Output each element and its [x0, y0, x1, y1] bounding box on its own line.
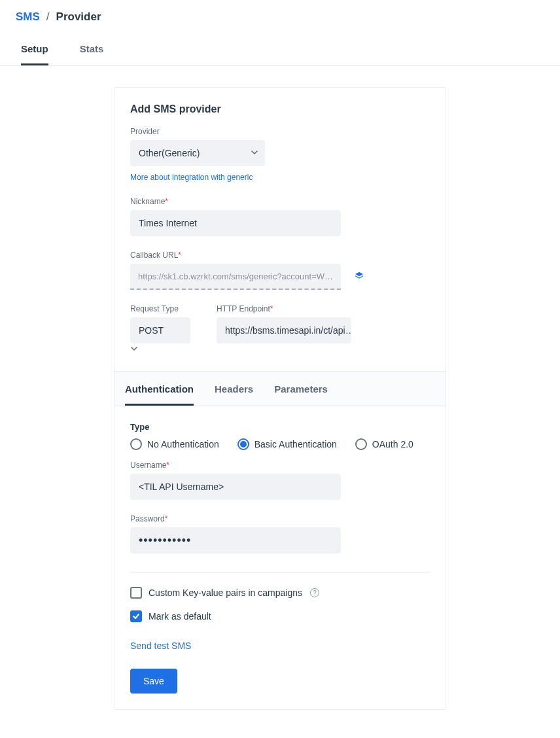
provider-select[interactable]: Other(Generic): [130, 140, 265, 166]
request-type-label: Request Type: [130, 304, 190, 313]
radio-oauth-label: OAuth 2.0: [372, 439, 413, 449]
help-icon[interactable]: ?: [310, 588, 319, 597]
request-type-value: POST: [130, 317, 190, 343]
nickname-input[interactable]: Times Internet: [130, 210, 341, 236]
http-endpoint-input[interactable]: https://bsms.timesapi.in/ct/api…: [217, 317, 351, 343]
divider: [130, 572, 430, 572]
mark-default-label: Mark as default: [149, 611, 211, 622]
password-input[interactable]: •••••••••••: [130, 527, 341, 554]
mark-default-checkbox[interactable]: [130, 610, 142, 622]
breadcrumb: SMS / Provider: [0, 0, 560, 24]
main-tabs: Setup Stats: [0, 24, 560, 66]
copy-icon[interactable]: [354, 270, 364, 283]
request-type-select[interactable]: POST: [130, 317, 190, 355]
breadcrumb-current: Provider: [56, 10, 101, 24]
username-label: Username*: [130, 461, 430, 470]
radio-oauth[interactable]: OAuth 2.0: [355, 438, 413, 450]
auth-type-radios: No Authentication Basic Authentication O…: [130, 438, 430, 450]
send-test-sms-link[interactable]: Send test SMS: [130, 641, 191, 651]
radio-basic-auth[interactable]: Basic Authentication: [237, 438, 337, 450]
breadcrumb-root[interactable]: SMS: [16, 10, 40, 24]
card-title: Add SMS provider: [130, 103, 430, 115]
radio-icon: [130, 438, 142, 450]
radio-icon: [355, 438, 367, 450]
mark-default-row: Mark as default: [130, 610, 430, 622]
subtab-parameters[interactable]: Parameters: [274, 372, 328, 406]
radio-no-auth[interactable]: No Authentication: [130, 438, 219, 450]
subtab-headers[interactable]: Headers: [215, 372, 253, 406]
radio-no-auth-label: No Authentication: [147, 439, 219, 449]
password-label: Password*: [130, 514, 430, 523]
tab-setup[interactable]: Setup: [21, 43, 48, 65]
provider-card: Add SMS provider Provider Other(Generic)…: [114, 87, 446, 710]
nickname-label: Nickname*: [130, 197, 430, 206]
save-button[interactable]: Save: [130, 669, 177, 694]
subtab-authentication[interactable]: Authentication: [125, 372, 194, 406]
callback-label: Callback URL*: [130, 251, 430, 260]
auth-type-label: Type: [130, 422, 430, 432]
breadcrumb-separator: /: [46, 10, 50, 24]
callback-url-input[interactable]: https://sk1.cb.wzrkt.com/sms/generic?acc…: [130, 264, 341, 290]
custom-kv-row: Custom Key-value pairs in campaigns ?: [130, 587, 430, 599]
custom-kv-label: Custom Key-value pairs in campaigns: [149, 588, 302, 598]
subtabs: Authentication Headers Parameters: [114, 371, 446, 406]
radio-icon: [237, 438, 249, 450]
endpoint-label: HTTP Endpoint*: [217, 304, 351, 313]
chevron-down-icon: [130, 343, 138, 355]
username-input[interactable]: <TIL API Username>: [130, 474, 341, 500]
radio-basic-auth-label: Basic Authentication: [254, 439, 337, 449]
tab-stats[interactable]: Stats: [80, 43, 104, 65]
custom-kv-checkbox[interactable]: [130, 587, 142, 599]
provider-select-value: Other(Generic): [130, 140, 265, 166]
provider-label: Provider: [130, 127, 430, 136]
integration-help-link[interactable]: More about integration with generic: [130, 173, 253, 182]
